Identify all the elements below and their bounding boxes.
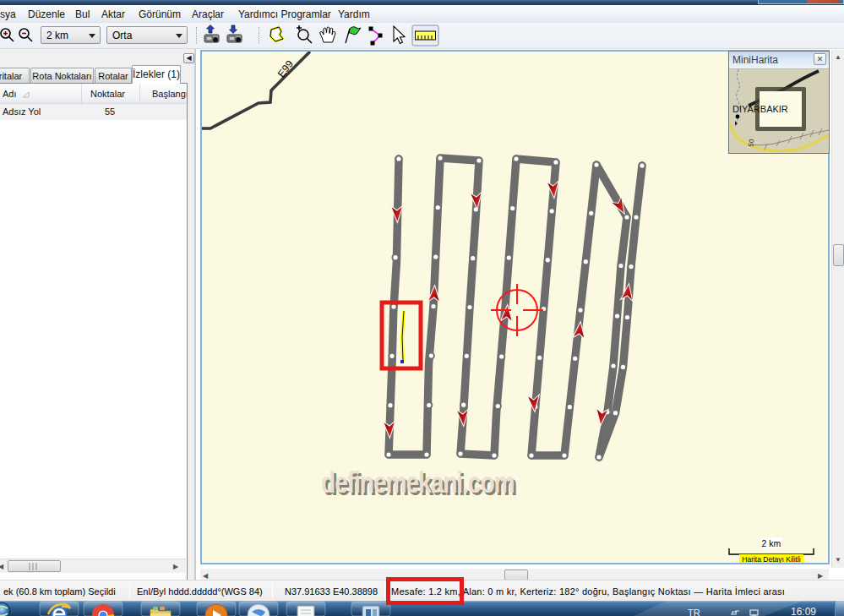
svg-text:definemekani.com: definemekani.com: [321, 466, 515, 499]
svg-text:Harita Detayı Kilitli: Harita Detayı Kilitli: [742, 555, 801, 564]
svg-text:DIYARBAKIR: DIYARBAKIR: [732, 104, 788, 114]
svg-text:E99: E99: [275, 58, 296, 80]
svg-text:2 km: 2 km: [762, 538, 781, 548]
